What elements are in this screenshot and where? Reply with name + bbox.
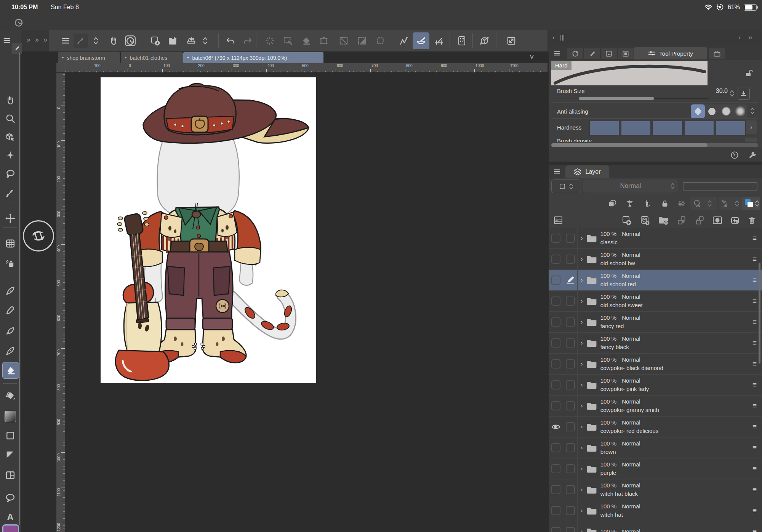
layer-edit-cell[interactable] [563, 354, 578, 374]
delete-layer-button[interactable] [746, 215, 757, 226]
layer-row-menu-icon[interactable]: ≡ [752, 255, 762, 263]
mask-stepper[interactable] [707, 199, 712, 208]
foreground-color-swatch[interactable] [2, 524, 19, 532]
tool-airbrush[interactable] [4, 257, 17, 270]
layer-opacity-slider[interactable] [683, 182, 757, 191]
lock-layer-icon[interactable] [659, 198, 671, 209]
palette-scrollbar[interactable] [19, 53, 20, 525]
tab-sub-tool[interactable] [567, 48, 584, 59]
redo-button[interactable] [239, 32, 256, 49]
layer-row-menu-icon[interactable]: ≡ [752, 506, 762, 515]
tool-polyline[interactable] [4, 448, 17, 461]
layer-edit-cell[interactable] [563, 228, 578, 248]
tab-brush[interactable] [584, 48, 600, 59]
tool-stepper[interactable] [90, 32, 101, 49]
edit-checkbox[interactable] [566, 464, 575, 473]
unlock-icon[interactable] [744, 69, 753, 78]
visibility-checkbox[interactable] [551, 443, 560, 452]
layer-edit-cell[interactable] [563, 479, 578, 500]
layer-edit-cell[interactable] [563, 249, 578, 269]
layer-row[interactable]: › 100 % Normal witch hat black ≡ [549, 479, 762, 500]
edit-checkbox[interactable] [566, 296, 575, 306]
invert-selection-button[interactable] [280, 32, 296, 49]
tool-figure[interactable] [4, 429, 17, 442]
layer-main-cell[interactable]: › 100 % Normal old school sweet ≡ [578, 291, 762, 311]
layer-row[interactable]: › 100 % Normal old school sweet ≡ [549, 291, 762, 312]
tool-pen[interactable] [4, 284, 17, 297]
layer-visibility-cell[interactable] [549, 396, 563, 416]
layer-main-cell[interactable]: › 100 % Normal witch hat black ≡ [578, 479, 762, 500]
layer-property-icon[interactable] [552, 215, 564, 226]
layer-edit-cell[interactable] [563, 312, 578, 332]
visibility-checkbox[interactable] [551, 359, 560, 369]
tool-move[interactable] [4, 212, 17, 225]
lock-transparent-pixels-icon[interactable] [676, 198, 687, 209]
layer-main-cell[interactable]: › 100 % Normal old school red ≡ [578, 270, 762, 290]
layer-row-menu-icon[interactable]: ≡ [752, 360, 762, 368]
edge-keyboard-button[interactable] [453, 32, 470, 49]
expand-chevron-icon[interactable]: › [581, 318, 583, 326]
layer-main-cell[interactable]: › 100 % Normal purple ≡ [578, 458, 762, 479]
layer-row-menu-icon[interactable]: ≡ [752, 423, 762, 431]
layer-row-menu-icon[interactable]: ≡ [752, 297, 762, 305]
layer-edit-cell[interactable] [563, 417, 578, 437]
layer-edit-cell[interactable] [563, 375, 578, 395]
main-menu-button[interactable] [57, 32, 74, 49]
layer-main-cell[interactable]: › 100 % Normal witch hat ≡ [578, 500, 762, 521]
hardness-segment[interactable] [652, 120, 683, 136]
anti-aliasing-none-button[interactable] [691, 104, 705, 118]
new-layer-button[interactable] [621, 215, 632, 226]
layer-row-menu-icon[interactable]: ≡ [752, 318, 762, 326]
brush-tool-button[interactable] [413, 32, 429, 49]
expand-chevron-icon[interactable]: › [581, 360, 583, 368]
eyedropper-toggle-button[interactable] [74, 34, 88, 48]
visibility-checkbox[interactable] [551, 380, 560, 389]
perspective-ruler-button[interactable] [431, 32, 447, 49]
layer-row[interactable]: › 100 % Normal cowpoke- red delicious ≡ [549, 417, 762, 437]
brush-size-stepper[interactable] [729, 89, 735, 98]
visibility-checkbox[interactable] [551, 401, 560, 410]
wrench-icon[interactable] [748, 151, 757, 160]
expand-chevron-icon[interactable]: › [581, 234, 583, 242]
expand-icon[interactable]: » [43, 36, 47, 44]
expand-icon[interactable]: » [27, 36, 30, 44]
tool-eyedropper[interactable] [4, 187, 17, 200]
layer-main-cell[interactable]: › 100 % Normal classic ≡ [578, 228, 762, 248]
layer-row[interactable]: › 100 % Normal purple ≡ [549, 458, 762, 479]
layer-main-cell[interactable]: › 100 % Normal old school bw ≡ [578, 249, 762, 269]
tool-frame-border[interactable] [4, 469, 17, 482]
clip-studio-button[interactable] [122, 32, 139, 49]
edit-checkbox[interactable] [566, 506, 575, 515]
visibility-checkbox[interactable] [551, 464, 560, 473]
layer-row[interactable]: › 100 % Normal old school bw ≡ [549, 249, 762, 270]
brush-size-preset-button[interactable] [738, 88, 750, 100]
collapse-panel-icon[interactable]: ‹ [552, 34, 555, 42]
expand-icon[interactable]: » [35, 36, 39, 44]
anti-aliasing-weak-button[interactable] [705, 104, 719, 118]
layer-visibility-cell[interactable] [549, 354, 563, 374]
edit-checkbox[interactable] [566, 485, 575, 494]
layer-edit-cell[interactable] [563, 500, 578, 521]
layer-visibility-cell[interactable] [549, 458, 563, 479]
expand-chevron-icon[interactable]: › [581, 276, 583, 284]
tab-tool-property[interactable]: Tool Property [634, 47, 707, 59]
layer-row-menu-icon[interactable]: ≡ [752, 381, 762, 389]
tool-fine-pen[interactable] [4, 345, 17, 357]
pen-tab-icon[interactable] [12, 43, 22, 54]
tool-fill[interactable] [4, 389, 17, 402]
expand-chevron-icon[interactable]: › [581, 339, 583, 347]
tool-gradient[interactable] [4, 410, 17, 423]
tab-layer[interactable]: Layer [565, 165, 609, 178]
tool-pencil[interactable] [4, 304, 17, 317]
layer-row-menu-icon[interactable]: ≡ [752, 276, 762, 284]
panel-expand-icon[interactable]: » [748, 34, 752, 42]
layer-edit-cell[interactable] [563, 291, 578, 311]
layer-row-menu-icon[interactable]: ≡ [752, 402, 762, 410]
layer-main-cell[interactable]: › 100 % Normal cowpoke- granny smith ≡ [578, 396, 762, 416]
edit-checkbox[interactable] [566, 338, 575, 348]
layer-row[interactable]: › 100 % Normal fancy red ≡ [549, 312, 762, 333]
open-file-button[interactable] [165, 32, 182, 49]
layer-edit-cell[interactable] [563, 270, 578, 290]
layer-visibility-cell[interactable] [549, 312, 563, 332]
layer-row-menu-icon[interactable]: ≡ [752, 444, 762, 452]
